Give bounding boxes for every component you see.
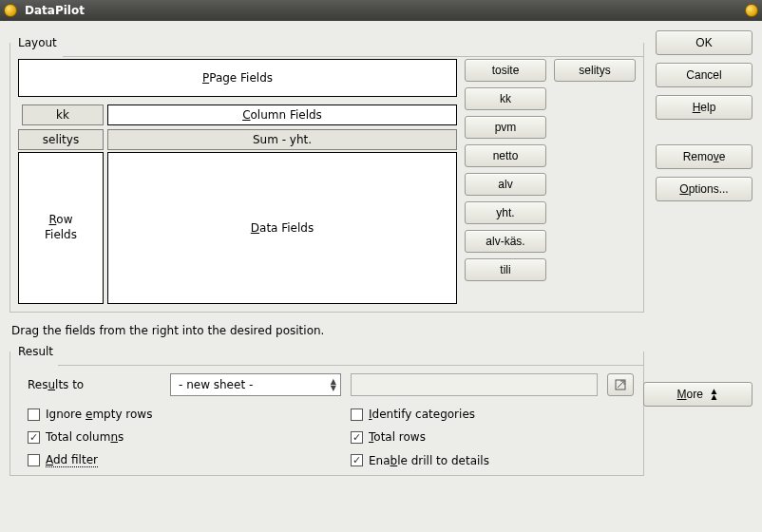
instruction-text: Drag the fields from the right into the … bbox=[11, 324, 642, 337]
check-enable-drill[interactable]: Enable drill to details bbox=[351, 453, 636, 467]
remove-button[interactable]: Remove bbox=[656, 144, 752, 169]
layout-group: Layout PPage Fields kk Column Fields bbox=[10, 36, 644, 313]
result-group: Result Results to - new sheet - ▲▼ Ignor… bbox=[10, 345, 644, 476]
checkbox-icon bbox=[351, 454, 363, 466]
shrink-ref-button[interactable] bbox=[607, 373, 634, 396]
title-bar: DataPilot bbox=[0, 0, 762, 21]
check-total-rows[interactable]: Total rows bbox=[351, 430, 636, 444]
checkbox-icon bbox=[351, 408, 363, 421]
available-fields: tosite kk pvm netto alv yht. alv-käs. ti… bbox=[465, 59, 636, 304]
check-total-columns[interactable]: Total columns bbox=[28, 430, 313, 444]
check-identify-categories[interactable]: Identify categories bbox=[351, 408, 636, 421]
field-alv[interactable]: alv bbox=[465, 173, 546, 196]
page-fields-drop[interactable]: PPage Fields bbox=[18, 59, 457, 97]
field-pvm[interactable]: pvm bbox=[465, 116, 546, 139]
field-tili[interactable]: tili bbox=[465, 258, 546, 281]
check-ignore-empty[interactable]: Ignore empty rows bbox=[28, 408, 313, 421]
checkbox-icon bbox=[28, 454, 40, 466]
checkbox-icon bbox=[351, 431, 363, 444]
column-field-chip[interactable]: kk bbox=[22, 104, 104, 125]
help-button[interactable]: Help bbox=[656, 95, 752, 120]
row-fields-drop[interactable]: Row Fields bbox=[18, 152, 104, 304]
results-to-combo[interactable]: - new sheet - ▲▼ bbox=[170, 373, 341, 396]
shrink-icon bbox=[614, 378, 627, 391]
data-fields-drop[interactable]: Data Fields bbox=[107, 152, 457, 304]
field-alvkas[interactable]: alv-käs. bbox=[465, 230, 546, 253]
results-to-label: Results to bbox=[28, 378, 161, 391]
checkbox-icon bbox=[28, 431, 40, 444]
field-kk[interactable]: kk bbox=[465, 87, 546, 110]
checkbox-icon bbox=[28, 408, 40, 421]
ok-button[interactable]: OK bbox=[656, 30, 752, 55]
layout-legend: Layout bbox=[18, 36, 61, 49]
column-fields-drop[interactable]: Column Fields bbox=[107, 104, 457, 125]
field-yht[interactable]: yht. bbox=[465, 201, 546, 224]
combo-spinner-icon: ▲▼ bbox=[331, 378, 336, 391]
check-add-filter[interactable]: Add filter bbox=[28, 453, 313, 467]
options-button[interactable]: Options... bbox=[656, 177, 752, 201]
data-field-chip[interactable]: Sum - yht. bbox=[107, 129, 457, 150]
field-netto[interactable]: netto bbox=[465, 144, 546, 167]
row-field-chip[interactable]: selitys bbox=[18, 129, 104, 150]
close-icon[interactable] bbox=[745, 4, 758, 17]
field-tosite[interactable]: tosite bbox=[465, 59, 546, 82]
collapse-up-icon: ▲▲ bbox=[710, 389, 719, 400]
window-title: DataPilot bbox=[25, 4, 745, 17]
cancel-button[interactable]: Cancel bbox=[656, 63, 752, 87]
result-legend: Result bbox=[18, 345, 57, 358]
window-menu-icon[interactable] bbox=[4, 4, 17, 17]
results-to-ref-input[interactable] bbox=[351, 373, 598, 396]
more-button[interactable]: More ▲▲ bbox=[643, 382, 752, 407]
field-selitys[interactable]: selitys bbox=[554, 59, 636, 82]
